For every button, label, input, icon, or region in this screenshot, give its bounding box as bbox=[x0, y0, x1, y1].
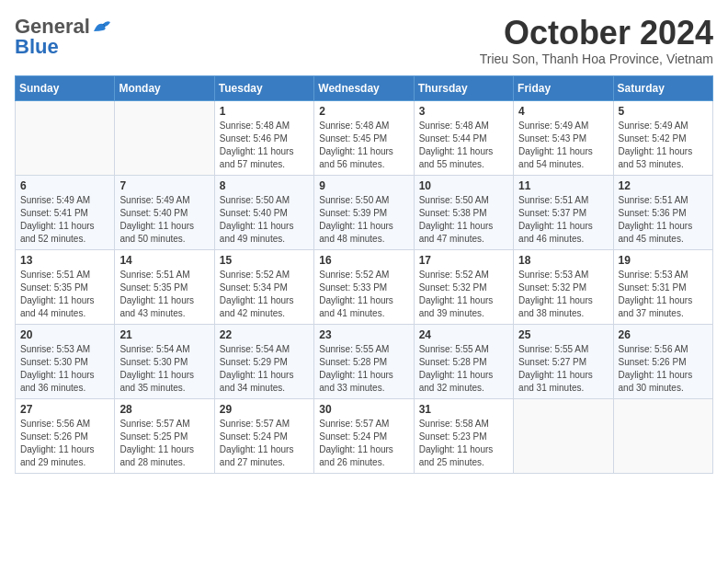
day-number: 25 bbox=[518, 328, 608, 341]
calendar-cell bbox=[514, 398, 613, 473]
weekday-header-tuesday: Tuesday bbox=[214, 75, 313, 100]
calendar-cell: 8Sunrise: 5:50 AM Sunset: 5:40 PM Daylig… bbox=[214, 175, 313, 249]
day-info: Sunrise: 5:48 AM Sunset: 5:44 PM Dayligh… bbox=[419, 120, 508, 171]
day-number: 11 bbox=[518, 179, 608, 192]
day-info: Sunrise: 5:49 AM Sunset: 5:41 PM Dayligh… bbox=[20, 194, 109, 246]
day-info: Sunrise: 5:49 AM Sunset: 5:42 PM Dayligh… bbox=[619, 120, 708, 171]
calendar-cell: 1Sunrise: 5:48 AM Sunset: 5:46 PM Daylig… bbox=[214, 100, 313, 175]
calendar-cell: 10Sunrise: 5:50 AM Sunset: 5:38 PM Dayli… bbox=[414, 175, 513, 249]
day-info: Sunrise: 5:56 AM Sunset: 5:26 PM Dayligh… bbox=[619, 343, 708, 395]
calendar-cell: 21Sunrise: 5:54 AM Sunset: 5:30 PM Dayli… bbox=[115, 324, 214, 398]
day-number: 5 bbox=[619, 105, 708, 118]
day-number: 3 bbox=[419, 105, 508, 118]
day-info: Sunrise: 5:51 AM Sunset: 5:37 PM Dayligh… bbox=[518, 194, 608, 246]
day-number: 10 bbox=[419, 179, 508, 192]
day-number: 30 bbox=[319, 403, 408, 416]
logo-bird-icon bbox=[92, 18, 112, 35]
day-info: Sunrise: 5:50 AM Sunset: 5:38 PM Dayligh… bbox=[419, 194, 508, 246]
month-title: October 2024 bbox=[480, 15, 713, 52]
day-info: Sunrise: 5:55 AM Sunset: 5:27 PM Dayligh… bbox=[518, 343, 608, 395]
calendar-cell bbox=[16, 100, 115, 175]
calendar-week-row: 1Sunrise: 5:48 AM Sunset: 5:46 PM Daylig… bbox=[16, 100, 713, 175]
day-number: 8 bbox=[220, 179, 309, 192]
day-info: Sunrise: 5:57 AM Sunset: 5:24 PM Dayligh… bbox=[220, 418, 309, 469]
day-number: 18 bbox=[518, 254, 608, 267]
page-header: General Blue October 2024 Trieu Son, Tha… bbox=[15, 15, 713, 66]
day-info: Sunrise: 5:54 AM Sunset: 5:30 PM Dayligh… bbox=[119, 343, 209, 395]
day-number: 27 bbox=[20, 403, 109, 416]
day-number: 14 bbox=[119, 254, 209, 267]
day-info: Sunrise: 5:55 AM Sunset: 5:28 PM Dayligh… bbox=[419, 343, 508, 395]
calendar-cell: 31Sunrise: 5:58 AM Sunset: 5:23 PM Dayli… bbox=[414, 398, 513, 473]
day-info: Sunrise: 5:53 AM Sunset: 5:32 PM Dayligh… bbox=[518, 269, 608, 320]
day-info: Sunrise: 5:52 AM Sunset: 5:33 PM Dayligh… bbox=[319, 269, 408, 320]
day-number: 4 bbox=[518, 105, 608, 118]
day-number: 26 bbox=[619, 328, 708, 341]
calendar-cell: 13Sunrise: 5:51 AM Sunset: 5:35 PM Dayli… bbox=[16, 249, 115, 324]
calendar-cell: 17Sunrise: 5:52 AM Sunset: 5:32 PM Dayli… bbox=[414, 249, 513, 324]
calendar-week-row: 6Sunrise: 5:49 AM Sunset: 5:41 PM Daylig… bbox=[16, 175, 713, 249]
calendar-cell: 23Sunrise: 5:55 AM Sunset: 5:28 PM Dayli… bbox=[314, 324, 414, 398]
title-area: October 2024 Trieu Son, Thanh Hoa Provin… bbox=[480, 15, 713, 66]
calendar-cell: 5Sunrise: 5:49 AM Sunset: 5:42 PM Daylig… bbox=[613, 100, 712, 175]
calendar-cell: 16Sunrise: 5:52 AM Sunset: 5:33 PM Dayli… bbox=[314, 249, 414, 324]
calendar-cell: 28Sunrise: 5:57 AM Sunset: 5:25 PM Dayli… bbox=[115, 398, 214, 473]
weekday-header-wednesday: Wednesday bbox=[314, 75, 414, 100]
day-number: 22 bbox=[220, 328, 309, 341]
day-info: Sunrise: 5:48 AM Sunset: 5:45 PM Dayligh… bbox=[319, 120, 408, 171]
day-number: 24 bbox=[419, 328, 508, 341]
day-number: 23 bbox=[319, 328, 408, 341]
calendar-cell: 2Sunrise: 5:48 AM Sunset: 5:45 PM Daylig… bbox=[314, 100, 414, 175]
calendar-cell: 7Sunrise: 5:49 AM Sunset: 5:40 PM Daylig… bbox=[115, 175, 214, 249]
calendar-cell: 9Sunrise: 5:50 AM Sunset: 5:39 PM Daylig… bbox=[314, 175, 414, 249]
day-number: 16 bbox=[319, 254, 408, 267]
calendar-cell: 27Sunrise: 5:56 AM Sunset: 5:26 PM Dayli… bbox=[16, 398, 115, 473]
weekday-header-sunday: Sunday bbox=[16, 75, 115, 100]
calendar-cell: 15Sunrise: 5:52 AM Sunset: 5:34 PM Dayli… bbox=[214, 249, 313, 324]
calendar-week-row: 27Sunrise: 5:56 AM Sunset: 5:26 PM Dayli… bbox=[16, 398, 713, 473]
calendar-cell: 6Sunrise: 5:49 AM Sunset: 5:41 PM Daylig… bbox=[16, 175, 115, 249]
calendar-cell: 4Sunrise: 5:49 AM Sunset: 5:43 PM Daylig… bbox=[514, 100, 613, 175]
day-number: 21 bbox=[119, 328, 209, 341]
calendar-cell: 19Sunrise: 5:53 AM Sunset: 5:31 PM Dayli… bbox=[613, 249, 712, 324]
day-number: 9 bbox=[319, 179, 408, 192]
calendar-cell: 14Sunrise: 5:51 AM Sunset: 5:35 PM Dayli… bbox=[115, 249, 214, 324]
day-info: Sunrise: 5:50 AM Sunset: 5:39 PM Dayligh… bbox=[319, 194, 408, 246]
day-info: Sunrise: 5:57 AM Sunset: 5:24 PM Dayligh… bbox=[319, 418, 408, 469]
calendar-cell: 3Sunrise: 5:48 AM Sunset: 5:44 PM Daylig… bbox=[414, 100, 513, 175]
day-info: Sunrise: 5:51 AM Sunset: 5:36 PM Dayligh… bbox=[619, 194, 708, 246]
logo-blue: Blue bbox=[15, 35, 59, 59]
day-number: 15 bbox=[220, 254, 309, 267]
day-number: 17 bbox=[419, 254, 508, 267]
day-number: 28 bbox=[119, 403, 209, 416]
logo: General Blue bbox=[15, 15, 114, 59]
calendar-cell: 20Sunrise: 5:53 AM Sunset: 5:30 PM Dayli… bbox=[16, 324, 115, 398]
weekday-header-friday: Friday bbox=[514, 75, 613, 100]
calendar-cell bbox=[115, 100, 214, 175]
calendar-week-row: 20Sunrise: 5:53 AM Sunset: 5:30 PM Dayli… bbox=[16, 324, 713, 398]
day-info: Sunrise: 5:56 AM Sunset: 5:26 PM Dayligh… bbox=[20, 418, 109, 469]
day-info: Sunrise: 5:53 AM Sunset: 5:31 PM Dayligh… bbox=[619, 269, 708, 320]
calendar-cell: 22Sunrise: 5:54 AM Sunset: 5:29 PM Dayli… bbox=[214, 324, 313, 398]
day-info: Sunrise: 5:52 AM Sunset: 5:32 PM Dayligh… bbox=[419, 269, 508, 320]
weekday-header-thursday: Thursday bbox=[414, 75, 513, 100]
day-info: Sunrise: 5:53 AM Sunset: 5:30 PM Dayligh… bbox=[20, 343, 109, 395]
calendar-cell: 11Sunrise: 5:51 AM Sunset: 5:37 PM Dayli… bbox=[514, 175, 613, 249]
day-info: Sunrise: 5:48 AM Sunset: 5:46 PM Dayligh… bbox=[220, 120, 309, 171]
weekday-header-saturday: Saturday bbox=[613, 75, 712, 100]
day-number: 13 bbox=[20, 254, 109, 267]
day-number: 1 bbox=[220, 105, 309, 118]
day-number: 12 bbox=[619, 179, 708, 192]
calendar-header-row: SundayMondayTuesdayWednesdayThursdayFrid… bbox=[16, 75, 713, 100]
calendar-cell bbox=[613, 398, 712, 473]
calendar-week-row: 13Sunrise: 5:51 AM Sunset: 5:35 PM Dayli… bbox=[16, 249, 713, 324]
day-number: 19 bbox=[619, 254, 708, 267]
weekday-header-monday: Monday bbox=[115, 75, 214, 100]
calendar-cell: 12Sunrise: 5:51 AM Sunset: 5:36 PM Dayli… bbox=[613, 175, 712, 249]
day-number: 20 bbox=[20, 328, 109, 341]
day-number: 2 bbox=[319, 105, 408, 118]
day-info: Sunrise: 5:55 AM Sunset: 5:28 PM Dayligh… bbox=[319, 343, 408, 395]
day-number: 29 bbox=[220, 403, 309, 416]
calendar-cell: 25Sunrise: 5:55 AM Sunset: 5:27 PM Dayli… bbox=[514, 324, 613, 398]
day-info: Sunrise: 5:51 AM Sunset: 5:35 PM Dayligh… bbox=[119, 269, 209, 320]
